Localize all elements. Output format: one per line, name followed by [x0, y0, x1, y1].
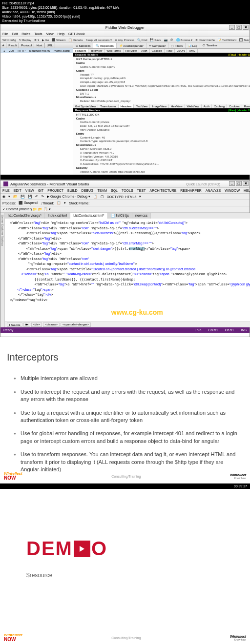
request-subtab[interactable]: Headers [73, 49, 89, 53]
toolbar-item[interactable]: ⏱ [170, 39, 173, 41]
vs-menu-item[interactable]: ARCHITECTURE [149, 189, 176, 192]
menu-item[interactable]: GET /book [68, 32, 84, 36]
vs-toolbar-item[interactable]: 📋 [93, 195, 98, 199]
fiddler-scrollbar[interactable] [0, 175, 250, 180]
vs-debug-item[interactable]: Process: [2, 201, 16, 205]
toolbar-item[interactable]: 🔍 Find [137, 38, 147, 41]
vs-toolbar-item[interactable]: ▶ Google Chrome · Debug ▾ [47, 195, 90, 199]
response-subtab[interactable]: Auth [202, 104, 212, 108]
menu-item[interactable]: Help [58, 32, 64, 36]
toolbar-item[interactable]: ✖ ▾ [34, 38, 39, 41]
menu-item[interactable]: Rules [21, 32, 30, 36]
request-subtab[interactable]: Auth [139, 49, 149, 53]
toolbar-item[interactable]: 🔲 Tearoff [239, 38, 250, 41]
vs-menu-item[interactable]: ANALYZE [206, 189, 221, 192]
inspector-tab[interactable]: 🔍 Inspectors [93, 43, 116, 48]
toolbar-item[interactable]: 📷 [164, 38, 167, 41]
response-subtab[interactable]: Headers [119, 104, 134, 108]
response-subtab[interactable]: Raw [242, 104, 250, 108]
toolbar-item[interactable]: ⬛ Stream [52, 38, 65, 41]
vs-toolbar-item[interactable]: ◉ [2, 195, 5, 199]
toolbar-item[interactable]: 💾 Save [150, 38, 161, 41]
toolbar-item[interactable]: ⊕ Any Process [115, 38, 134, 41]
col-header[interactable]: Protocol [19, 43, 34, 48]
document-tab[interactable]: httpContactService.js* [5, 213, 45, 219]
inspector-tab[interactable]: ⏱ Timeline [200, 43, 220, 48]
document-tab[interactable]: Index.cshtml [45, 213, 70, 219]
response-subtab[interactable]: Get SyntaxView [73, 104, 99, 108]
toolbar-item[interactable]: Keep: All sessions ▾ [86, 38, 112, 41]
resp-raw-link[interactable]: [Raw] [Header Definitions] [229, 109, 250, 112]
response-subtab[interactable]: Caching [212, 104, 227, 108]
maximize-button[interactable]: ▢ [236, 25, 242, 30]
col-header[interactable]: # [0, 43, 6, 48]
breadcrumb-item[interactable]: <div> [31, 322, 42, 327]
document-tab[interactable]: 📄 listCtrl.js [108, 213, 132, 219]
request-subtab[interactable]: Raw [165, 49, 175, 53]
minimize-button[interactable]: _ [229, 25, 235, 30]
vs-debug-item[interactable]: ▾ [64, 201, 66, 205]
vs-toolbar-item[interactable]: 📂 [13, 195, 18, 199]
vs-toolbar-item[interactable]: 💾 [28, 195, 32, 199]
inspector-tab[interactable]: 📊 Log [186, 43, 200, 48]
breadcrumb-item[interactable]: <span.alert-danger> [61, 322, 91, 327]
vs-toolbar-item[interactable]: ▢ [101, 195, 104, 199]
vs-toolbar-item[interactable]: 💾 [21, 195, 25, 199]
req-raw-link[interactable]: [Raw] [Header Definitions] [229, 53, 250, 56]
quick-launch-input[interactable]: Quick Launch (Ctrl+Q) [186, 182, 220, 186]
toolbar-item[interactable]: 🌐 Browse ▾ [176, 38, 192, 41]
col-header[interactable]: Result [6, 43, 19, 48]
inspector-tab[interactable]: ✏ Composer [146, 43, 168, 48]
vs-menu-item[interactable]: TOOLS [122, 189, 133, 192]
document-tab[interactable]: ListContacts.cshtml* [70, 213, 107, 219]
vs-menu-item[interactable]: VIEW [25, 189, 34, 192]
vs-toolbar-item[interactable]: ↷ [41, 195, 44, 199]
request-subtab[interactable]: HexView [124, 49, 140, 53]
inspector-tab[interactable]: ▢ Filters [168, 43, 186, 48]
response-subtab[interactable]: ImageView [150, 104, 169, 108]
code-editor[interactable]: <"attr">class="tag">div "ng">data-ng-con… [5, 219, 250, 322]
breadcrumb-item[interactable]: ▾ Source [7, 322, 22, 327]
menu-item[interactable]: View [46, 32, 54, 36]
col-header[interactable]: URL [45, 43, 55, 48]
vs-menu-item[interactable]: PROJECT [47, 189, 63, 192]
vs-debug-item[interactable]: 📋 [57, 201, 61, 205]
vs-menu-item[interactable]: FILE [2, 189, 10, 192]
inspector-tab[interactable]: ⊙ Statistics [73, 43, 94, 48]
vs-toolbar-item[interactable]: ▾ [8, 195, 10, 199]
vs-minimize-button[interactable]: _ [229, 181, 235, 186]
vs-toolbar-item[interactable]: ▾ [139, 195, 141, 199]
toolbar-item[interactable]: ↻ Replay [19, 38, 31, 41]
vs-debug-item[interactable]: Stack Frame: [69, 201, 89, 205]
toolbar-item[interactable]: WinConfig [2, 39, 16, 41]
response-subtab[interactable]: TextView [134, 104, 150, 108]
response-subtab[interactable]: WebView [185, 104, 202, 108]
commit-label[interactable]: ✓ Commit (master) 📁 📂 📋 ▾ [2, 207, 51, 211]
vs-maximize-button[interactable]: ▢ [236, 181, 242, 186]
vs-close-button[interactable]: ✖ [243, 181, 249, 186]
vs-menu-item[interactable]: TEAM [98, 189, 107, 192]
vs-toolbar-item[interactable]: DOCTYPE: HTML5 [107, 195, 137, 199]
document-tab[interactable]: new.css [132, 213, 151, 219]
response-subtab[interactable]: Transformer [98, 104, 118, 108]
toolbar-item[interactable]: ▶ Go [42, 38, 49, 41]
vs-menu-item[interactable]: WINDOW [225, 189, 240, 192]
toolbar-item[interactable]: 📝 TextWizard [218, 38, 236, 41]
close-button[interactable]: ✖ [243, 25, 249, 30]
vs-debug-item[interactable]: ↓Thread: [41, 201, 54, 205]
response-subtab[interactable]: Cookies [227, 104, 242, 108]
vs-left-sidebar[interactable]: Server Explorer Toolbox [0, 213, 5, 327]
inspector-tab[interactable]: ⚡ AutoResponder [117, 43, 146, 48]
vs-debug-item[interactable]: ⬛ Suspend [19, 201, 38, 205]
menu-item[interactable]: File [2, 32, 8, 36]
toolbar-item[interactable]: 📋 Decode [68, 38, 83, 41]
response-subtab[interactable]: HexView [169, 104, 185, 108]
vs-menu-item[interactable]: EDIT [14, 189, 21, 192]
session-row[interactable]: 1200HTTPlocalhost:49676/home.jsonp [0, 48, 73, 53]
request-subtab[interactable]: TextView [88, 49, 104, 53]
vs-toolbar-item[interactable]: ↶ [35, 195, 38, 199]
vs-menu-item[interactable]: GIT [38, 189, 44, 192]
request-subtab[interactable]: Cookies [150, 49, 165, 53]
vs-menu-item[interactable]: BUILD [67, 189, 78, 192]
menu-item[interactable]: Tools [34, 32, 42, 36]
